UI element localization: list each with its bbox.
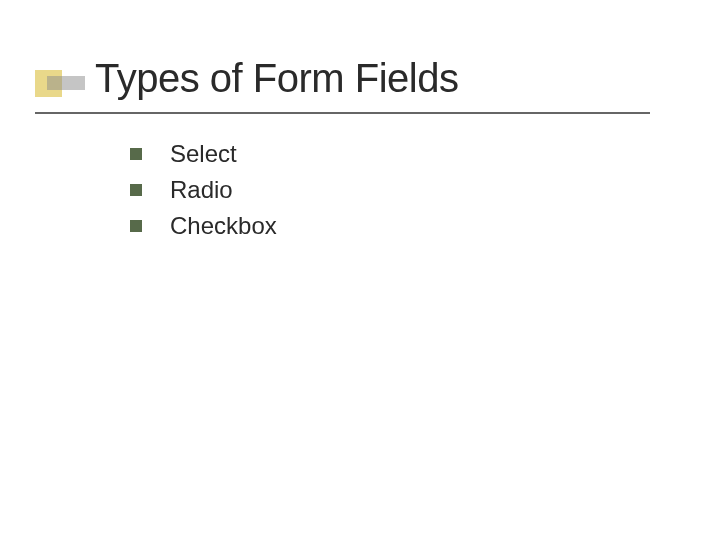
slide-title: Types of Form Fields (95, 56, 458, 101)
bullet-icon (130, 148, 142, 160)
slide: Types of Form Fields Select Radio Checkb… (0, 0, 720, 540)
title-area: Types of Form Fields (35, 56, 650, 116)
accent-bar-icon (47, 76, 85, 90)
bullet-list: Select Radio Checkbox (130, 140, 277, 248)
bullet-label: Radio (170, 176, 233, 204)
title-underline (35, 112, 650, 114)
bullet-icon (130, 184, 142, 196)
list-item: Checkbox (130, 212, 277, 240)
list-item: Radio (130, 176, 277, 204)
bullet-label: Checkbox (170, 212, 277, 240)
list-item: Select (130, 140, 277, 168)
bullet-icon (130, 220, 142, 232)
bullet-label: Select (170, 140, 237, 168)
